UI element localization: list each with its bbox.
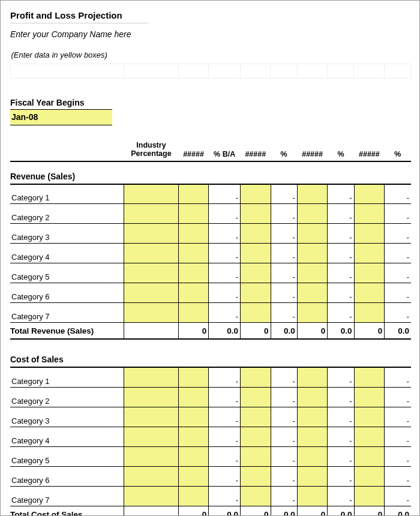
category-label: Category 6	[10, 466, 124, 486]
period-2-input[interactable]	[240, 263, 271, 283]
category-label: Category 1	[10, 184, 124, 204]
header-period-2: #####	[240, 140, 271, 161]
period-2-input[interactable]	[240, 204, 271, 224]
industry-percentage-input[interactable]	[124, 466, 179, 486]
pct-4-value: -	[385, 184, 411, 204]
period-2-input[interactable]	[240, 387, 271, 407]
period-4-input[interactable]	[354, 263, 385, 283]
industry-percentage-input[interactable]	[124, 184, 179, 204]
period-3-input[interactable]	[297, 446, 328, 466]
fiscal-year-begins-value[interactable]: Jan-08	[10, 110, 112, 125]
period-1-input[interactable]	[178, 263, 209, 283]
period-3-input[interactable]	[297, 263, 328, 283]
period-2-input[interactable]	[240, 244, 271, 263]
period-1-input[interactable]	[178, 466, 209, 486]
company-name-placeholder[interactable]: Enter your Company Name here	[10, 29, 413, 39]
period-1-input[interactable]	[178, 224, 209, 244]
period-2-input[interactable]	[240, 184, 271, 204]
period-4-input[interactable]	[354, 184, 385, 204]
instruction-hint: (Enter data in yellow boxes)	[11, 50, 410, 59]
period-1-input[interactable]	[178, 283, 209, 303]
period-3-input[interactable]	[297, 224, 328, 244]
period-3-input[interactable]	[297, 303, 328, 323]
pct-3-value: -	[328, 244, 354, 263]
period-3-input[interactable]	[297, 283, 328, 303]
period-1-input[interactable]	[178, 427, 209, 446]
pct-4-value: -	[385, 263, 411, 283]
industry-percentage-input[interactable]	[124, 387, 179, 407]
industry-percentage-input[interactable]	[124, 204, 179, 224]
period-2-input[interactable]	[240, 224, 271, 244]
industry-percentage-input[interactable]	[124, 407, 179, 427]
revenue-total-row: Total Revenue (Sales)00.000.000.000.0	[10, 323, 411, 340]
period-4-input[interactable]	[354, 204, 385, 224]
period-2-input[interactable]	[240, 427, 271, 446]
period-3-input[interactable]	[297, 184, 328, 204]
period-2-input[interactable]	[240, 486, 271, 506]
period-4-input[interactable]	[354, 367, 385, 387]
period-1-input[interactable]	[178, 407, 209, 427]
period-3-input[interactable]	[297, 244, 328, 263]
industry-percentage-input[interactable]	[124, 367, 179, 387]
cost-row: Category 5----	[10, 446, 411, 466]
period-4-input[interactable]	[354, 387, 385, 407]
category-label: Category 1	[10, 367, 124, 387]
period-3-input[interactable]	[297, 427, 328, 446]
period-3-input[interactable]	[297, 486, 328, 506]
revenue-row: Category 7----	[10, 303, 411, 323]
period-4-input[interactable]	[354, 224, 385, 244]
period-2-input[interactable]	[240, 466, 271, 486]
pct-2-value: -	[271, 244, 297, 263]
period-3-input[interactable]	[297, 407, 328, 427]
total-pct-4: 0.0	[385, 323, 411, 340]
page-title: Profit and Loss Projection	[10, 9, 148, 23]
period-1-input[interactable]	[178, 367, 209, 387]
period-4-input[interactable]	[354, 303, 385, 323]
period-2-input[interactable]	[240, 407, 271, 427]
period-3-input[interactable]	[297, 387, 328, 407]
period-1-input[interactable]	[178, 486, 209, 506]
pct-4-value: -	[385, 244, 411, 263]
pct-4-value: -	[385, 427, 411, 446]
total-period-1: 0	[178, 323, 209, 340]
projection-table: Industry Percentage ##### % B/A ##### % …	[10, 140, 411, 516]
header-pct-3: %	[328, 140, 354, 161]
period-1-input[interactable]	[178, 184, 209, 204]
period-2-input[interactable]	[240, 446, 271, 466]
pct-ba-value: -	[209, 486, 241, 506]
pct-ba-value: -	[209, 184, 241, 204]
period-1-input[interactable]	[178, 387, 209, 407]
industry-percentage-input[interactable]	[124, 427, 179, 446]
cost-row: Category 1----	[10, 367, 411, 387]
period-1-input[interactable]	[178, 204, 209, 224]
industry-percentage-input[interactable]	[124, 283, 179, 303]
total-period-4: 0	[354, 323, 385, 340]
pct-2-value: -	[271, 427, 297, 446]
industry-percentage-input[interactable]	[124, 263, 179, 283]
category-label: Category 2	[10, 204, 124, 224]
period-1-input[interactable]	[178, 446, 209, 466]
period-3-input[interactable]	[297, 204, 328, 224]
period-2-input[interactable]	[240, 303, 271, 323]
period-4-input[interactable]	[354, 244, 385, 263]
period-4-input[interactable]	[354, 486, 385, 506]
period-1-input[interactable]	[178, 303, 209, 323]
industry-percentage-input[interactable]	[124, 303, 179, 323]
pct-ba-value: -	[209, 244, 241, 263]
industry-percentage-input[interactable]	[124, 446, 179, 466]
period-4-input[interactable]	[354, 446, 385, 466]
industry-percentage-input[interactable]	[124, 244, 179, 263]
pct-2-value: -	[271, 283, 297, 303]
period-3-input[interactable]	[297, 367, 328, 387]
period-3-input[interactable]	[297, 466, 328, 486]
pct-4-value: -	[385, 303, 411, 323]
period-2-input[interactable]	[240, 283, 271, 303]
period-1-input[interactable]	[178, 244, 209, 263]
period-4-input[interactable]	[354, 283, 385, 303]
industry-percentage-input[interactable]	[124, 224, 179, 244]
period-4-input[interactable]	[354, 407, 385, 427]
period-4-input[interactable]	[354, 427, 385, 446]
industry-percentage-input[interactable]	[124, 486, 179, 506]
period-2-input[interactable]	[240, 367, 271, 387]
period-4-input[interactable]	[354, 466, 385, 486]
